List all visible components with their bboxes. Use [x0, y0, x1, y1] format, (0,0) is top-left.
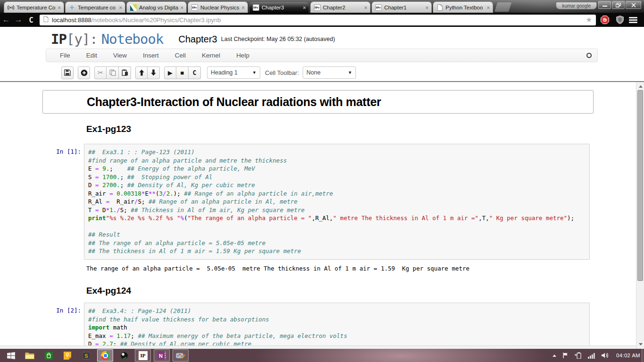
menu-bar: FileEditViewInsertCellKernelHelp: [46, 49, 598, 62]
code-line: D = 2700.; ## Density of Al, Kg per cubi…: [88, 181, 589, 189]
save-icon: [64, 69, 71, 76]
notebook-title[interactable]: Chapter3: [178, 34, 217, 45]
paste-button[interactable]: [119, 66, 131, 79]
browser-url-row: ← → C localhost:8888/notebooks/Nuclear%2…: [0, 13, 644, 27]
taskbar-app-pool-8-ball[interactable]: [116, 349, 132, 362]
heading-cell-selected[interactable]: Chapter3-Interaction of Nuclear radiatio…: [42, 90, 594, 114]
browser-profile-button[interactable]: kumar google: [556, 2, 597, 9]
code-line: R_air = 0.00318*E**(3/2.); ## Range of a…: [88, 189, 589, 198]
tab-close-icon[interactable]: ×: [181, 5, 183, 10]
scroll-down-icon[interactable]: [636, 341, 644, 348]
menu-item-help[interactable]: Help: [229, 52, 256, 59]
browser-tab[interactable]: Python Textboo×: [433, 1, 493, 13]
taskbar-app-paint-game[interactable]: [173, 349, 189, 362]
section-heading-ex4[interactable]: Ex4-pg124: [86, 286, 131, 296]
menu-item-edit[interactable]: Edit: [79, 52, 104, 59]
restart-icon: C: [192, 69, 196, 76]
taskbar-app-sticky-notes[interactable]: [59, 349, 75, 362]
tab-close-icon[interactable]: ×: [119, 5, 122, 10]
code-line: [88, 222, 589, 231]
vertical-scrollbar[interactable]: [636, 82, 644, 349]
tab-close-icon[interactable]: ×: [58, 5, 61, 10]
chapter-heading: Chapter3-Interaction of Nuclear radiatio…: [87, 95, 381, 109]
back-icon[interactable]: ←: [0, 15, 12, 25]
shield-icon[interactable]: [614, 16, 626, 24]
tab-close-icon[interactable]: ×: [303, 5, 306, 10]
input-prompt: In [2]:: [42, 303, 81, 349]
browser-tab[interactable]: Temperature Co×: [4, 1, 64, 13]
code-line: S = 1700.; ## Stopping power of Al: [88, 173, 589, 181]
close-icon[interactable]: [626, 1, 641, 9]
save-button[interactable]: [61, 66, 74, 79]
adblock-icon[interactable]: [599, 16, 611, 24]
browser-tab-active[interactable]: IPyChapter3×: [249, 1, 309, 13]
battery-icon[interactable]: [575, 352, 582, 359]
taskbar-app-windows-store[interactable]: [41, 349, 57, 362]
copy-button[interactable]: [107, 66, 119, 79]
minimize-icon[interactable]: [598, 1, 611, 9]
cell-output-1: The range of an alpha particle = 5.05e-0…: [86, 265, 470, 272]
chevron-up-icon[interactable]: [553, 354, 556, 357]
browser-menu-icon[interactable]: [629, 16, 637, 24]
menu-item-kernel[interactable]: Kernel: [195, 52, 227, 59]
logo-notebook: Notebook: [101, 31, 164, 47]
pool-8-ball-icon: [120, 352, 128, 360]
taskbar-app-sublime-text[interactable]: S: [78, 349, 94, 362]
tab-close-icon[interactable]: ×: [426, 5, 429, 10]
section-heading-ex1[interactable]: Ex1-pg123: [86, 124, 131, 134]
stop-icon: ■: [181, 69, 184, 76]
taskbar-app-chrome[interactable]: [97, 349, 113, 362]
code-line: R_Al = R_air/S; ## Range of an alpha par…: [88, 197, 589, 206]
code-cell-1[interactable]: In [1]: ## Exa3.1 : : Page-123 (2011)#fi…: [42, 144, 594, 260]
browser-tab[interactable]: +Temperature co×: [65, 1, 125, 13]
windows-store-icon: [45, 352, 53, 360]
restart-button[interactable]: C: [189, 66, 201, 79]
taskbar-clock[interactable]: 04:02 AM: [616, 353, 640, 358]
stop-button[interactable]: ■: [176, 66, 189, 79]
cell-type-select[interactable]: Heading 1 ▼: [207, 66, 260, 79]
move-up-button[interactable]: [135, 66, 148, 79]
flag-icon[interactable]: [562, 352, 569, 359]
kernel-indicator-icon: [586, 53, 592, 58]
code-editor[interactable]: ## Exa3.1 : : Page-123 (2011)#find range…: [84, 144, 590, 260]
network-signal-icon[interactable]: [588, 353, 595, 359]
svg-text:S: S: [85, 353, 88, 358]
menu-item-insert[interactable]: Insert: [136, 52, 166, 59]
browser-tab[interactable]: Analog vs Digita×: [126, 1, 187, 13]
run-button[interactable]: ▶: [164, 66, 176, 79]
browser-tab[interactable]: IPyNuclear Physics×: [188, 1, 248, 13]
taskbar-app-windows-start[interactable]: [3, 349, 19, 362]
scroll-up-icon[interactable]: [636, 83, 644, 90]
taskbar-app-file-explorer[interactable]: [22, 349, 38, 362]
window-controls: [597, 1, 641, 9]
cut-button[interactable]: ✂: [94, 66, 107, 79]
show-desktop-button[interactable]: [642, 349, 644, 362]
taskbar-app-onenote[interactable]: N: [154, 349, 170, 362]
move-down-button[interactable]: [148, 66, 160, 79]
scrollbar-thumb[interactable]: [637, 90, 643, 281]
new-tab-button[interactable]: [495, 2, 512, 12]
code-cell-2[interactable]: In [2]: ## Exa3.4: : Page-124 (2011)#fin…: [42, 303, 594, 349]
menu-item-view[interactable]: View: [106, 52, 134, 59]
menu-item-file[interactable]: File: [53, 52, 77, 59]
add-cell-button[interactable]: [78, 66, 90, 79]
forward-icon[interactable]: →: [12, 15, 25, 25]
code-editor[interactable]: ## Exa3.4: : Page-124 (2011)#find the ha…: [84, 303, 590, 349]
chevron-down-icon: ▼: [344, 70, 352, 75]
taskbar-app-ipython[interactable]: IP: [135, 349, 151, 362]
tab-close-icon[interactable]: ×: [487, 5, 490, 10]
address-bar[interactable]: localhost:8888/notebooks/Nuclear%20Physi…: [40, 15, 596, 25]
volume-icon[interactable]: [602, 352, 610, 359]
tab-close-icon[interactable]: ×: [242, 5, 245, 10]
sticky-notes-icon: [64, 352, 71, 360]
ipy-icon: IPy: [191, 4, 198, 11]
ipython-logo[interactable]: IP[y]:Notebook: [51, 31, 163, 47]
cell-toolbar-select[interactable]: None ▼: [303, 66, 356, 79]
browser-tab[interactable]: IPyChapter2×: [310, 1, 371, 13]
browser-tab[interactable]: IPyChapter1×: [372, 1, 432, 13]
menu-item-cell[interactable]: Cell: [168, 52, 193, 59]
restore-icon[interactable]: [612, 1, 625, 9]
bookmark-star-icon[interactable]: ★: [586, 16, 592, 24]
tab-close-icon[interactable]: ×: [364, 5, 367, 10]
reload-icon[interactable]: C: [25, 16, 38, 25]
